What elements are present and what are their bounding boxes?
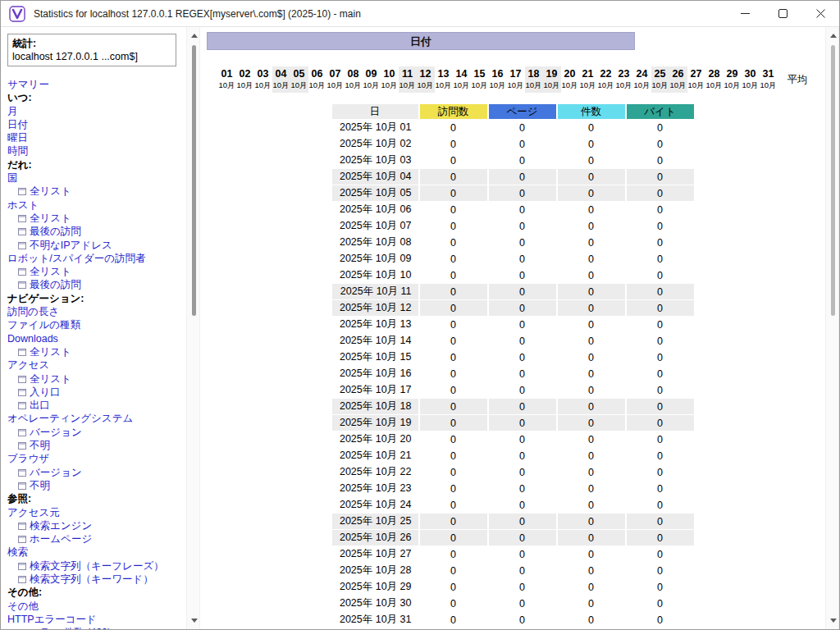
value-cell: 0 bbox=[489, 514, 556, 529]
nav-link[interactable]: 訪問の長さ bbox=[7, 305, 183, 318]
main-scrollbar[interactable] bbox=[825, 27, 839, 629]
day-month-label: 10月 bbox=[687, 80, 705, 91]
nav-link[interactable]: Downloads bbox=[7, 332, 183, 345]
scroll-down-icon[interactable] bbox=[826, 614, 839, 628]
nav-link[interactable]: 出口 bbox=[7, 399, 183, 412]
value-cell: 0 bbox=[627, 185, 694, 201]
value-cell: 0 bbox=[627, 300, 694, 316]
value-cell: 0 bbox=[558, 153, 625, 168]
list-icon bbox=[18, 228, 26, 235]
nav-link[interactable]: 検索 bbox=[7, 546, 183, 559]
stats-box: 統計: localhost 127.0.0.1 ...com$] bbox=[7, 34, 176, 66]
value-cell: 0 bbox=[420, 514, 487, 529]
table-row: 2025年 10月 300000 bbox=[332, 596, 694, 611]
nav-link-label: 全リスト bbox=[30, 212, 71, 224]
value-cell: 0 bbox=[420, 596, 487, 611]
nav-link[interactable]: ファイルの種類 bbox=[7, 318, 183, 331]
scroll-up-icon[interactable] bbox=[826, 29, 839, 43]
nav-link[interactable]: 全リスト bbox=[7, 265, 183, 278]
nav-link[interactable]: 日付 bbox=[7, 118, 183, 131]
nav-link[interactable]: エラー 件数 (400) bbox=[7, 626, 183, 629]
scroll-down-icon[interactable] bbox=[187, 614, 201, 628]
value-cell: 0 bbox=[627, 497, 694, 513]
list-icon bbox=[18, 576, 26, 583]
date-cell: 2025年 10月 21 bbox=[332, 448, 418, 463]
value-cell: 0 bbox=[627, 481, 694, 496]
nav-link[interactable]: バージョン bbox=[7, 466, 183, 479]
nav-link[interactable]: 不明 bbox=[7, 439, 183, 452]
day-month-label: 10月 bbox=[760, 80, 778, 91]
day-number: 28 bbox=[705, 68, 724, 80]
table-row: 2025年 10月 220000 bbox=[332, 464, 694, 480]
nav-link[interactable]: 不明なIPアドレス bbox=[7, 239, 183, 252]
nav-link[interactable]: アクセス bbox=[7, 358, 183, 372]
date-cell: 2025年 10月 10 bbox=[332, 267, 418, 283]
nav-link[interactable]: 全リスト bbox=[7, 212, 183, 225]
value-cell: 0 bbox=[420, 612, 487, 628]
nav-link-label: 全リスト bbox=[30, 373, 71, 385]
value-cell: 0 bbox=[627, 136, 694, 152]
date-cell: 2025年 10月 04 bbox=[332, 169, 418, 185]
nav-link[interactable]: 検索文字列（キーフレーズ） bbox=[7, 559, 183, 573]
value-cell: 0 bbox=[489, 563, 556, 578]
nav-link[interactable]: ホームページ bbox=[7, 532, 183, 546]
day-cell: 0910月 bbox=[363, 66, 381, 93]
minimize-button[interactable] bbox=[726, 1, 764, 27]
nav-link[interactable]: 全リスト bbox=[7, 345, 183, 358]
nav-link[interactable]: 最後の訪問 bbox=[7, 225, 183, 238]
day-month-label: 10月 bbox=[326, 80, 345, 91]
nav-link[interactable]: バージョン bbox=[7, 426, 183, 439]
close-button[interactable] bbox=[801, 1, 839, 27]
scrollbar-thumb[interactable] bbox=[192, 45, 196, 316]
nav-link[interactable]: 検索文字列（キーワード） bbox=[7, 573, 183, 586]
value-cell: 0 bbox=[558, 464, 625, 480]
nav-link[interactable]: 月 bbox=[7, 105, 183, 118]
nav-link[interactable]: ブラウザ bbox=[7, 452, 183, 465]
nav-link[interactable]: 国 bbox=[7, 171, 183, 185]
list-icon bbox=[18, 429, 26, 436]
value-cell: 0 bbox=[420, 267, 487, 283]
day-cell: 1410月 bbox=[453, 66, 471, 93]
nav-link[interactable]: その他 bbox=[7, 600, 183, 613]
nav-link-label: バージョン bbox=[30, 467, 82, 478]
value-cell: 0 bbox=[489, 251, 556, 267]
sidebar-scrollbar[interactable] bbox=[186, 27, 200, 629]
value-cell: 0 bbox=[489, 235, 556, 250]
nav-link[interactable]: ロボット/スパイダーの訪問者 bbox=[7, 252, 183, 265]
value-cell: 0 bbox=[558, 399, 625, 414]
nav-link[interactable]: 時間 bbox=[7, 144, 183, 158]
nav-link[interactable]: 曜日 bbox=[7, 131, 183, 144]
maximize-button[interactable] bbox=[764, 1, 801, 27]
day-number: 05 bbox=[290, 68, 308, 80]
nav-link[interactable]: 検索エンジン bbox=[7, 519, 183, 532]
date-cell: 2025年 10月 06 bbox=[332, 202, 418, 217]
nav-link[interactable]: ホスト bbox=[7, 199, 183, 212]
day-strip: 0110月0210月0310月0410月0510月0610月0710月0810月… bbox=[200, 66, 825, 93]
scrollbar-thumb[interactable] bbox=[831, 45, 835, 316]
list-icon bbox=[18, 442, 26, 450]
day-month-label: 10月 bbox=[399, 80, 417, 91]
list-icon bbox=[18, 389, 26, 396]
nav-link[interactable]: サマリー bbox=[7, 78, 183, 91]
nav-link[interactable]: 不明 bbox=[7, 479, 183, 492]
nav-link-label: オペレーティングシステム bbox=[7, 413, 133, 424]
nav-link[interactable]: HTTPエラーコード bbox=[7, 613, 183, 626]
nav-link[interactable]: 全リスト bbox=[7, 185, 183, 198]
value-cell: 0 bbox=[420, 563, 487, 578]
scroll-up-icon[interactable] bbox=[187, 29, 201, 43]
nav-link[interactable]: 入り口 bbox=[7, 386, 183, 399]
table-row: 2025年 10月 030000 bbox=[332, 153, 694, 168]
nav-link[interactable]: 最後の訪問 bbox=[7, 278, 183, 291]
day-number: 31 bbox=[760, 68, 778, 80]
date-cell: 2025年 10月 30 bbox=[332, 596, 418, 611]
date-cell: 2025年 10月 17 bbox=[332, 382, 418, 398]
list-icon bbox=[18, 349, 26, 356]
day-month-label: 10月 bbox=[236, 80, 254, 91]
day-number: 30 bbox=[742, 68, 760, 80]
nav-link[interactable]: オペレーティングシステム bbox=[7, 412, 183, 425]
nav-link[interactable]: アクセス元 bbox=[7, 506, 183, 519]
nav-link-label: アクセス元 bbox=[7, 507, 60, 518]
value-cell: 0 bbox=[558, 382, 625, 398]
nav-link[interactable]: 全リスト bbox=[7, 372, 183, 386]
day-cell: 0810月 bbox=[345, 66, 363, 93]
